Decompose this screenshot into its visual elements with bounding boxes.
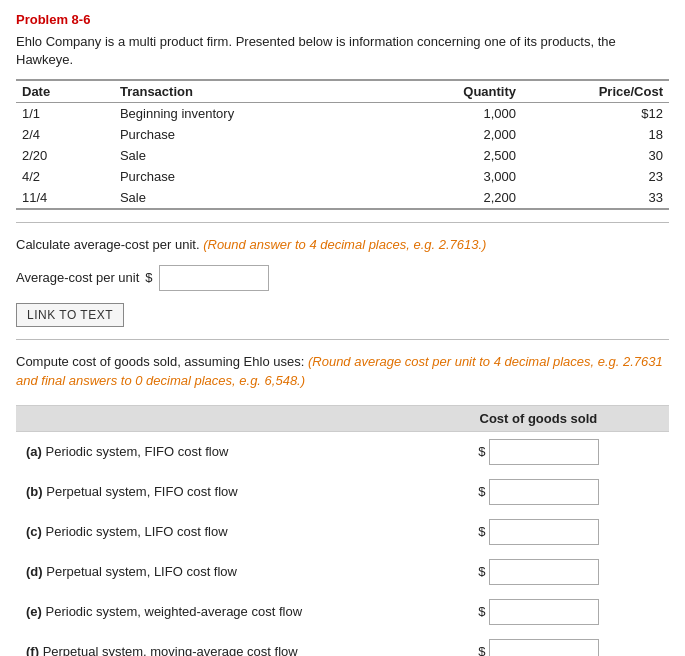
avg-cost-input[interactable] [159, 265, 269, 291]
cogs-input-wrapper: $ [478, 519, 598, 545]
cogs-row-label: (e) Periodic system, weighted-average co… [16, 592, 408, 632]
col-header-transaction: Transaction [114, 80, 375, 103]
cogs-row-letter: (c) [26, 524, 42, 539]
cogs-table: Cost of goods sold (a) Periodic system, … [16, 405, 669, 656]
cogs-row-label: (f) Perpetual system, moving-average cos… [16, 632, 408, 656]
avg-cost-section: Calculate average-cost per unit. (Round … [16, 235, 669, 327]
cogs-input-wrapper: $ [478, 639, 598, 656]
col-header-price: Price/Cost [522, 80, 669, 103]
cell-transaction: Purchase [114, 124, 375, 145]
cell-price: 18 [522, 124, 669, 145]
col-header-date: Date [16, 80, 114, 103]
cogs-row-text: Periodic system, FIFO cost flow [46, 444, 229, 459]
cogs-row-letter: (a) [26, 444, 42, 459]
cogs-row-label: (c) Periodic system, LIFO cost flow [16, 512, 408, 552]
cogs-input-2[interactable] [489, 519, 599, 545]
cogs-dollar: $ [478, 524, 485, 539]
avg-cost-input-row: Average-cost per unit $ [16, 265, 669, 291]
cell-price: 33 [522, 187, 669, 209]
cell-date: 2/4 [16, 124, 114, 145]
cogs-row-input-cell: $ [408, 472, 669, 512]
cell-transaction: Beginning inventory [114, 103, 375, 125]
cell-quantity: 2,200 [375, 187, 522, 209]
section-divider-1 [16, 222, 669, 223]
cogs-input-1[interactable] [489, 479, 599, 505]
cogs-input-wrapper: $ [478, 439, 598, 465]
cogs-row-letter: (f) [26, 644, 39, 656]
cogs-row-text: Perpetual system, moving-average cost fl… [43, 644, 298, 656]
cogs-row-letter: (e) [26, 604, 42, 619]
avg-cost-instruction-prefix: Calculate average-cost per unit. [16, 237, 200, 252]
table-row: 2/20 Sale 2,500 30 [16, 145, 669, 166]
cell-date: 11/4 [16, 187, 114, 209]
table-row: 1/1 Beginning inventory 1,000 $12 [16, 103, 669, 125]
cell-price: $12 [522, 103, 669, 125]
cell-transaction: Sale [114, 187, 375, 209]
cogs-row-input-cell: $ [408, 431, 669, 472]
cogs-row-label: (d) Perpetual system, LIFO cost flow [16, 552, 408, 592]
cogs-row: (a) Periodic system, FIFO cost flow $ [16, 431, 669, 472]
cell-date: 2/20 [16, 145, 114, 166]
cell-date: 1/1 [16, 103, 114, 125]
compute-instruction: Compute cost of goods sold, assuming Ehl… [16, 352, 669, 391]
cogs-dollar: $ [478, 604, 485, 619]
table-row: 11/4 Sale 2,200 33 [16, 187, 669, 209]
cell-price: 23 [522, 166, 669, 187]
cogs-row-input-cell: $ [408, 592, 669, 632]
cell-transaction: Purchase [114, 166, 375, 187]
cogs-row-label: (a) Periodic system, FIFO cost flow [16, 431, 408, 472]
avg-cost-instruction-note: (Round answer to 4 decimal places, e.g. … [203, 237, 486, 252]
avg-cost-label: Average-cost per unit [16, 270, 139, 285]
avg-cost-instruction: Calculate average-cost per unit. (Round … [16, 235, 669, 255]
cogs-row-input-cell: $ [408, 552, 669, 592]
cogs-row: (b) Perpetual system, FIFO cost flow $ [16, 472, 669, 512]
cogs-dollar: $ [478, 564, 485, 579]
link-to-text-button[interactable]: LINK TO TEXT [16, 303, 124, 327]
compute-section: Compute cost of goods sold, assuming Ehl… [16, 352, 669, 656]
cell-price: 30 [522, 145, 669, 166]
cogs-header-right: Cost of goods sold [408, 405, 669, 431]
cogs-row: (c) Periodic system, LIFO cost flow $ [16, 512, 669, 552]
cogs-row: (e) Periodic system, weighted-average co… [16, 592, 669, 632]
cell-quantity: 3,000 [375, 166, 522, 187]
cell-quantity: 1,000 [375, 103, 522, 125]
cogs-row-input-cell: $ [408, 512, 669, 552]
cogs-row-text: Perpetual system, FIFO cost flow [46, 484, 237, 499]
cogs-dollar: $ [478, 444, 485, 459]
cogs-input-wrapper: $ [478, 559, 598, 585]
cogs-input-0[interactable] [489, 439, 599, 465]
cogs-row: (d) Perpetual system, LIFO cost flow $ [16, 552, 669, 592]
cell-quantity: 2,000 [375, 124, 522, 145]
problem-description: Ehlo Company is a multi product firm. Pr… [16, 33, 669, 69]
table-row: 4/2 Purchase 3,000 23 [16, 166, 669, 187]
cogs-header-left [16, 405, 408, 431]
cogs-header-row: Cost of goods sold [16, 405, 669, 431]
cogs-input-5[interactable] [489, 639, 599, 656]
cell-date: 4/2 [16, 166, 114, 187]
cogs-row: (f) Perpetual system, moving-average cos… [16, 632, 669, 656]
inventory-table: Date Transaction Quantity Price/Cost 1/1… [16, 79, 669, 210]
cell-transaction: Sale [114, 145, 375, 166]
cogs-dollar: $ [478, 644, 485, 656]
compute-instruction-prefix: Compute cost of goods sold, assuming Ehl… [16, 354, 304, 369]
cogs-row-text: Periodic system, weighted-average cost f… [46, 604, 303, 619]
cogs-row-label: (b) Perpetual system, FIFO cost flow [16, 472, 408, 512]
cogs-dollar: $ [478, 484, 485, 499]
cogs-input-3[interactable] [489, 559, 599, 585]
table-row: 2/4 Purchase 2,000 18 [16, 124, 669, 145]
cogs-input-wrapper: $ [478, 479, 598, 505]
cogs-input-wrapper: $ [478, 599, 598, 625]
cogs-row-letter: (b) [26, 484, 43, 499]
avg-cost-dollar: $ [145, 270, 152, 285]
cogs-row-text: Periodic system, LIFO cost flow [46, 524, 228, 539]
col-header-quantity: Quantity [375, 80, 522, 103]
section-divider-2 [16, 339, 669, 340]
cogs-row-text: Perpetual system, LIFO cost flow [46, 564, 237, 579]
cogs-input-4[interactable] [489, 599, 599, 625]
cell-quantity: 2,500 [375, 145, 522, 166]
problem-title: Problem 8-6 [16, 12, 669, 27]
cogs-row-letter: (d) [26, 564, 43, 579]
cogs-row-input-cell: $ [408, 632, 669, 656]
